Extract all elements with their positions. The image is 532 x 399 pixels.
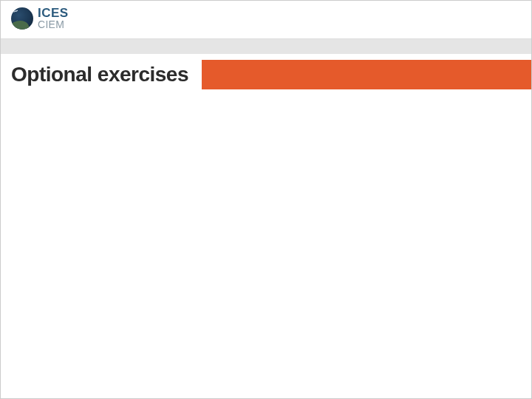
title-accent — [202, 60, 531, 89]
globe-icon — [11, 7, 33, 30]
title-container: Optional exercises — [1, 60, 202, 89]
logo-line2: CIEM — [38, 19, 69, 30]
logo-line1: ICES — [38, 7, 69, 19]
gap — [1, 54, 531, 60]
logo-text: ICES CIEM — [38, 7, 69, 30]
slide-body — [1, 89, 531, 399]
divider-band — [1, 39, 531, 54]
logo-header: ICES CIEM — [1, 1, 531, 39]
page-title: Optional exercises — [11, 63, 188, 86]
title-band: Optional exercises — [1, 60, 531, 89]
org-logo: ICES CIEM — [11, 7, 69, 30]
